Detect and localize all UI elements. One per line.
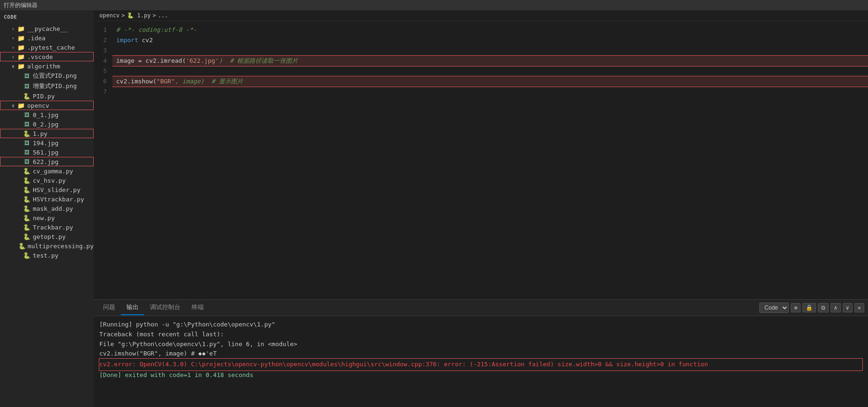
output-line-0: [Running] python -u "g:\Python\code\open… — [99, 320, 862, 330]
main-layout: CODE ›📁__pycache__›📁.idea›📁.pytest_cache… — [0, 10, 868, 407]
tree-label-test_py: test.py — [33, 252, 59, 259]
tree-icon-img01: 🖼 — [22, 111, 31, 118]
sidebar-item-idea[interactable]: ›📁.idea — [0, 33, 94, 43]
panel-actions: Code ≡ 🔒 ⧉ ∧ ∨ ✕ — [759, 303, 864, 313]
tree-icon-getopt: 🐍 — [22, 233, 31, 240]
breadcrumb: opencv > 🐍 1.py > ... — [94, 10, 868, 21]
code-lines[interactable]: # -*- coding:utf-8 -*-import cv2 image =… — [112, 21, 868, 299]
tree-label-mask_add: mask_add.py — [33, 205, 73, 212]
panel-tab-terminal[interactable]: 终端 — [186, 300, 209, 315]
token: image = cv2.imread( — [116, 57, 186, 64]
tree-icon-pid_inc: 🖼 — [22, 82, 31, 90]
sidebar-item-py1[interactable]: 🐍1.py — [0, 129, 94, 138]
tree-icon-hsv_slider: 🐍 — [22, 186, 31, 193]
tree-label-idea: .idea — [27, 35, 45, 42]
panel-tab-debug[interactable]: 调试控制台 — [144, 300, 186, 315]
panel-lock-btn[interactable]: 🔒 — [802, 303, 816, 312]
tree-icon-pycache: 📁 — [17, 25, 25, 32]
tree-label-pytest_cache: .pytest_cache — [27, 44, 75, 51]
tree-label-img561: 561.jpg — [33, 149, 59, 156]
tree-label-vscode: .vscode — [27, 53, 53, 60]
sidebar-item-img561[interactable]: 🖼561.jpg — [0, 148, 94, 157]
tree-label-trackbar: Trackbar.py — [33, 224, 73, 231]
sidebar-item-opencv[interactable]: ∨📁opencv — [0, 101, 94, 110]
tree-icon-test_py: 🐍 — [22, 252, 31, 259]
output-error-line: cv2.error: OpenCV(4.3.0) C:\projects\ope… — [99, 359, 862, 370]
tree-label-img194: 194.jpg — [33, 140, 59, 147]
line-number-7: 7 — [97, 87, 107, 97]
tree-label-opencv: opencv — [27, 102, 49, 109]
tree-label-pycache: __pycache__ — [27, 25, 67, 32]
tree-arrow-opencv: ∨ — [9, 103, 17, 108]
tree-label-algorithm: algorithm — [27, 63, 60, 70]
tree-label-pid_inc: 增量式PID.png — [33, 82, 77, 90]
line-number-6: 6 — [97, 76, 107, 87]
tree-icon-vscode: 📁 — [17, 53, 25, 60]
sidebar-item-pycache[interactable]: ›📁__pycache__ — [0, 24, 94, 33]
sidebar-item-algorithm[interactable]: ∨📁algorithm — [0, 61, 94, 71]
panel-tabs: 问题输出调试控制台终端 Code ≡ 🔒 ⧉ ∧ ∨ ✕ — [94, 300, 868, 316]
breadcrumb-sep2: > — [153, 12, 156, 19]
sidebar-item-new_py[interactable]: 🐍new.py — [0, 213, 94, 222]
sidebar-item-img194[interactable]: 🖼194.jpg — [0, 138, 94, 148]
output-line-1: Traceback (most recent call last): — [99, 330, 862, 340]
panel-up-btn[interactable]: ∧ — [831, 303, 840, 312]
token: "BGR" — [156, 78, 175, 85]
sidebar-item-cv_gamma[interactable]: 🐍cv_gamma.py — [0, 166, 94, 176]
panel-tabs-list: 问题输出调试控制台终端 — [97, 300, 209, 315]
output-source-dropdown[interactable]: Code — [759, 303, 789, 313]
sidebar-item-hsvtrackbar[interactable]: 🐍HSVtrackbar.py — [0, 194, 94, 204]
breadcrumb-sep1: > — [121, 12, 125, 19]
sidebar-item-pid_py[interactable]: 🐍PID.py — [0, 91, 94, 101]
file-tree: ›📁__pycache__›📁.idea›📁.pytest_cache›📁.vs… — [0, 24, 94, 260]
sidebar-item-multiprocessing[interactable]: 🐍multiprecessing.py — [0, 241, 94, 251]
code-line-6: cv2.imshow("BGR", image) # 显示图片 — [112, 76, 868, 87]
code-line-3 — [112, 45, 868, 56]
sidebar-item-hsv_slider[interactable]: 🐍HSV_slider.py — [0, 185, 94, 194]
breadcrumb-opencv: opencv — [99, 12, 119, 19]
sidebar-item-pid_pos[interactable]: 🖼位置式PID.png — [0, 71, 94, 81]
tree-icon-pid_py: 🐍 — [22, 92, 31, 100]
token: import — [116, 37, 142, 44]
panel-filter-btn[interactable]: ≡ — [791, 303, 801, 312]
sidebar-item-trackbar[interactable]: 🐍Trackbar.py — [0, 222, 94, 232]
tree-icon-py1: 🐍 — [22, 130, 31, 137]
sidebar-item-img01[interactable]: 🖼0_1.jpg — [0, 110, 94, 119]
tree-icon-new_py: 🐍 — [22, 214, 31, 222]
tree-icon-cv_gamma: 🐍 — [22, 167, 31, 175]
sidebar-item-test_py[interactable]: 🐍test.py — [0, 251, 94, 260]
token: '622.jpg' — [186, 57, 219, 64]
tree-arrow-idea: › — [9, 36, 17, 41]
tree-icon-cv_hsv: 🐍 — [22, 177, 31, 184]
sidebar-item-pid_inc[interactable]: 🖼增量式PID.png — [0, 81, 94, 91]
panel-close-btn[interactable]: ✕ — [854, 303, 864, 312]
panel-tab-output[interactable]: 输出 — [121, 300, 144, 315]
code-line-4: image = cv2.imread('622.jpg') # 根据路径读取一张… — [112, 56, 868, 66]
token: , image) # 显示图片 — [175, 78, 243, 85]
code-line-2: import cv2 — [112, 35, 868, 45]
sidebar-item-vscode[interactable]: ›📁.vscode — [0, 52, 94, 61]
tree-icon-img622: 🖼 — [22, 158, 31, 165]
tree-label-hsv_slider: HSV_slider.py — [33, 186, 81, 193]
panel-tab-problems[interactable]: 问题 — [97, 300, 121, 315]
token: cv2 — [142, 37, 153, 44]
line-number-4: 4 — [97, 56, 107, 66]
token: ) # 根据路径读取一张图片 — [219, 57, 298, 64]
line-number-5: 5 — [97, 66, 107, 76]
sidebar-item-cv_hsv[interactable]: 🐍cv_hsv.py — [0, 176, 94, 185]
tree-label-cv_gamma: cv_gamma.py — [33, 168, 73, 175]
token: # -*- coding:utf-8 -*- — [116, 26, 197, 33]
tree-icon-img02: 🖼 — [22, 120, 31, 128]
sidebar-item-img02[interactable]: 🖼0_2.jpg — [0, 119, 94, 129]
panel-down-btn[interactable]: ∨ — [843, 303, 853, 312]
titlebar: 打开的编辑器 — [0, 0, 868, 10]
panel-copy-btn[interactable]: ⧉ — [818, 303, 829, 312]
sidebar-item-mask_add[interactable]: 🐍mask_add.py — [0, 204, 94, 213]
editor-area: opencv > 🐍 1.py > ... 1234567 # -*- codi… — [94, 10, 868, 407]
sidebar-item-img622[interactable]: 🖼622.jpg — [0, 157, 94, 166]
sidebar-item-getopt[interactable]: 🐍getopt.py — [0, 232, 94, 241]
sidebar-item-pytest_cache[interactable]: ›📁.pytest_cache — [0, 43, 94, 52]
sidebar-section-label: CODE — [0, 10, 94, 24]
line-number-3: 3 — [97, 45, 107, 56]
code-line-7 — [112, 87, 868, 97]
